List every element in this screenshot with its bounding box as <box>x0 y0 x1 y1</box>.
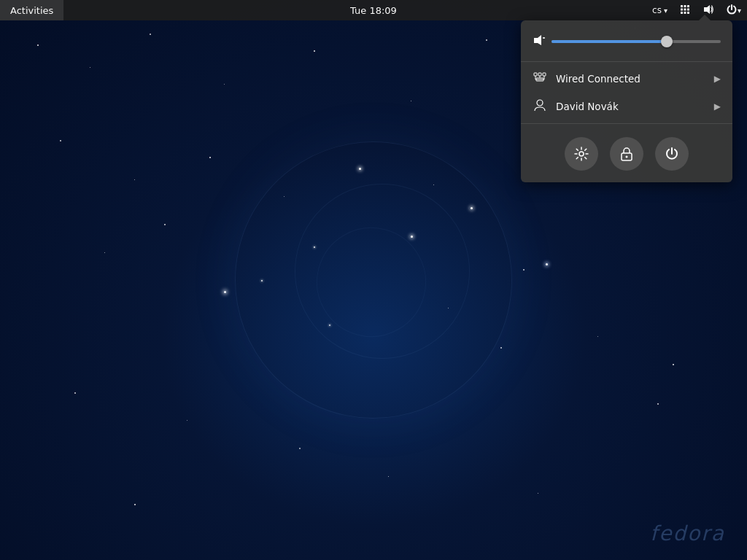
volume-mute-icon <box>533 34 546 50</box>
svg-rect-14 <box>543 73 546 76</box>
fedora-watermark: fedora <box>650 521 725 545</box>
topbar: Activities Tue 18:09 cs ▾ <box>0 0 747 20</box>
settings-button[interactable] <box>565 137 598 171</box>
svg-marker-9 <box>704 5 710 14</box>
power-tray-button[interactable]: ▾ <box>720 0 747 20</box>
svg-rect-3 <box>681 8 683 10</box>
language-button[interactable]: cs ▾ <box>646 0 673 20</box>
user-label: David Novák <box>556 101 705 112</box>
lock-icon <box>620 147 633 161</box>
volume-row <box>521 29 732 58</box>
svg-point-21 <box>579 152 584 156</box>
power-arrow-icon: ▾ <box>738 7 741 15</box>
menu-actions <box>521 127 732 174</box>
svg-point-23 <box>626 156 628 158</box>
svg-rect-4 <box>684 8 686 10</box>
power-icon-tray <box>726 4 738 18</box>
wired-label: Wired Connected <box>556 73 705 85</box>
volume-thumb[interactable] <box>661 36 673 47</box>
user-arrow-icon: ▶ <box>714 101 721 112</box>
svg-rect-2 <box>687 5 689 7</box>
lock-button[interactable] <box>610 137 643 171</box>
system-tray: cs ▾ <box>646 0 747 20</box>
volume-track <box>551 40 721 43</box>
svg-rect-8 <box>687 12 689 14</box>
svg-marker-10 <box>534 35 541 45</box>
wired-connected-item[interactable]: Wired Connected ▶ <box>521 65 732 93</box>
wired-network-icon <box>533 71 547 87</box>
volume-slider[interactable] <box>551 39 721 44</box>
svg-rect-0 <box>681 5 683 7</box>
lang-arrow-icon: ▾ <box>664 7 667 15</box>
divider-1 <box>521 61 732 62</box>
clock: Tue 18:09 <box>350 5 397 16</box>
system-menu-panel: Wired Connected ▶ David Novák ▶ <box>521 20 732 182</box>
svg-rect-13 <box>538 73 541 76</box>
activities-button[interactable]: Activities <box>0 0 63 20</box>
svg-rect-5 <box>687 8 689 10</box>
svg-rect-12 <box>534 73 537 76</box>
user-item[interactable]: David Novák ▶ <box>521 93 732 120</box>
user-icon <box>533 98 547 114</box>
volume-fill <box>551 40 667 43</box>
svg-rect-6 <box>681 12 683 14</box>
network-tray-button[interactable] <box>673 0 697 20</box>
divider-2 <box>521 123 732 124</box>
power-button[interactable] <box>655 137 689 171</box>
svg-rect-1 <box>684 5 686 7</box>
wired-arrow-icon: ▶ <box>714 74 721 84</box>
power-off-icon <box>665 147 679 161</box>
svg-point-20 <box>537 100 543 106</box>
settings-icon <box>574 147 589 161</box>
svg-rect-7 <box>684 12 686 14</box>
language-label: cs <box>652 5 662 15</box>
network-icon <box>679 4 691 18</box>
